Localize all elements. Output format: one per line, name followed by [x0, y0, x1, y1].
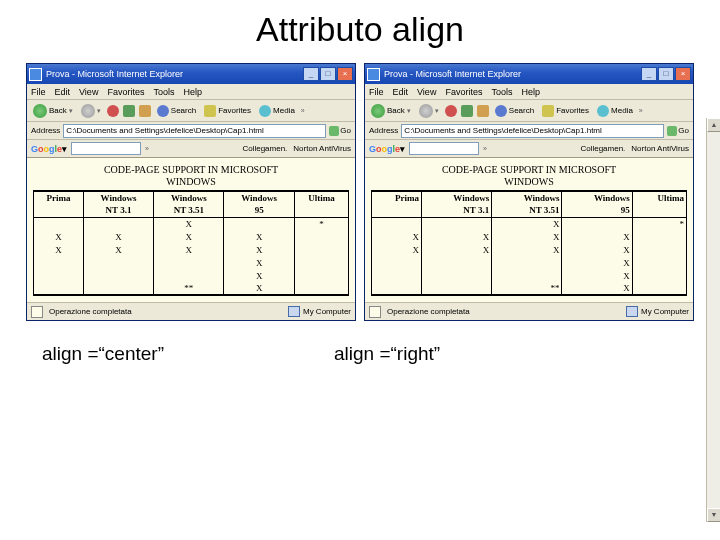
toolbar-overflow-icon[interactable]: » [301, 107, 305, 114]
vertical-scrollbar[interactable]: ▲ ▼ [706, 118, 720, 522]
back-icon [33, 104, 47, 118]
media-button[interactable]: Media [257, 105, 297, 117]
menu-favorites[interactable]: Favorites [107, 87, 144, 97]
home-icon[interactable] [477, 105, 489, 117]
status-text: Operazione completata [49, 307, 132, 316]
zone-text: My Computer [641, 307, 689, 316]
table-header: Ultima [294, 191, 348, 204]
home-icon[interactable] [139, 105, 151, 117]
captions-row: align =“center” align =“right” [0, 343, 720, 365]
google-logo[interactable]: Google▾ [31, 144, 67, 154]
table-row: XXXX [34, 243, 349, 256]
table-row: XXXX [372, 243, 687, 256]
forward-button[interactable]: ▾ [417, 104, 441, 118]
close-button[interactable]: × [675, 67, 691, 81]
search-button[interactable]: Search [155, 105, 198, 117]
titlebar: Prova - Microsoft Internet Explorer _ □ … [27, 64, 355, 84]
table-row: X [34, 269, 349, 282]
google-search-input[interactable] [409, 142, 479, 155]
maximize-button[interactable]: □ [320, 67, 336, 81]
back-button[interactable]: Back▾ [31, 104, 75, 118]
table-header: NT 3.51 [154, 204, 224, 217]
media-icon [259, 105, 271, 117]
content-area-center: CODE-PAGE SUPPORT IN MICROSOFT WINDOWS P… [27, 158, 355, 302]
refresh-icon[interactable] [461, 105, 473, 117]
page-icon [31, 306, 43, 318]
table-header [294, 204, 348, 217]
table-row: XXXX [372, 230, 687, 243]
table-header: NT 3.1 [83, 204, 153, 217]
status-zone: My Computer [288, 306, 351, 317]
menu-help[interactable]: Help [521, 87, 540, 97]
toolbar: Back▾ ▾ Search Favorites Media » [365, 100, 693, 122]
minimize-button[interactable]: _ [641, 67, 657, 81]
star-icon [542, 105, 554, 117]
window-controls: _ □ × [641, 67, 691, 81]
menu-view[interactable]: View [79, 87, 98, 97]
go-button[interactable]: Go [329, 126, 351, 136]
address-input[interactable]: C:\Documents and Settings\defelice\Deskt… [63, 124, 326, 138]
scroll-down-icon[interactable]: ▼ [707, 508, 720, 522]
table-header: Windows [154, 191, 224, 204]
address-label: Address [369, 126, 398, 135]
table-header: NT 3.1 [421, 204, 491, 217]
scroll-track[interactable] [707, 132, 720, 508]
back-button[interactable]: Back▾ [369, 104, 413, 118]
media-icon [597, 105, 609, 117]
close-button[interactable]: × [337, 67, 353, 81]
content-title: CODE-PAGE SUPPORT IN MICROSOFT WINDOWS [371, 164, 687, 187]
links-label[interactable]: Collegamen. [580, 144, 625, 153]
window-title: Prova - Microsoft Internet Explorer [384, 69, 641, 79]
links-label[interactable]: Collegamen. [242, 144, 287, 153]
menu-file[interactable]: File [31, 87, 46, 97]
menu-tools[interactable]: Tools [491, 87, 512, 97]
maximize-button[interactable]: □ [658, 67, 674, 81]
content-title: CODE-PAGE SUPPORT IN MICROSOFT WINDOWS [33, 164, 349, 187]
stop-icon[interactable] [107, 105, 119, 117]
refresh-icon[interactable] [123, 105, 135, 117]
menu-edit[interactable]: Edit [393, 87, 409, 97]
ie-window-left: Prova - Microsoft Internet Explorer _ □ … [26, 63, 356, 321]
stop-icon[interactable] [445, 105, 457, 117]
toolbar-overflow-icon[interactable]: » [639, 107, 643, 114]
table-header: Windows [421, 191, 491, 204]
norton-label[interactable]: Norton AntiVirus [293, 144, 351, 153]
slide-title: Attributo align [0, 0, 720, 49]
table-row: **X [372, 282, 687, 295]
menu-file[interactable]: File [369, 87, 384, 97]
table-header: Windows [492, 191, 562, 204]
table-row: X [372, 256, 687, 269]
content-area-right: CODE-PAGE SUPPORT IN MICROSOFT WINDOWS P… [365, 158, 693, 302]
google-search-input[interactable] [71, 142, 141, 155]
menu-help[interactable]: Help [183, 87, 202, 97]
statusbar: Operazione completata My Computer [27, 302, 355, 320]
caption-left: align =“center” [42, 343, 164, 365]
google-logo[interactable]: Google▾ [369, 144, 405, 154]
minimize-button[interactable]: _ [303, 67, 319, 81]
menu-favorites[interactable]: Favorites [445, 87, 482, 97]
address-input[interactable]: C:\Documents and Settings\defelice\Deskt… [401, 124, 664, 138]
forward-icon [81, 104, 95, 118]
table-row: **X [34, 282, 349, 295]
norton-label[interactable]: Norton AntiVirus [631, 144, 689, 153]
links-toolbar: Collegamen. Norton AntiVirus [580, 144, 689, 153]
table-header [34, 204, 84, 217]
titlebar: Prova - Microsoft Internet Explorer _ □ … [365, 64, 693, 84]
media-button[interactable]: Media [595, 105, 635, 117]
back-icon [371, 104, 385, 118]
table-header: 95 [224, 204, 294, 217]
address-bar: Address C:\Documents and Settings\defeli… [27, 122, 355, 140]
scroll-up-icon[interactable]: ▲ [707, 118, 720, 132]
menu-tools[interactable]: Tools [153, 87, 174, 97]
favorites-button[interactable]: Favorites [540, 105, 591, 117]
menu-view[interactable]: View [417, 87, 436, 97]
google-toolbar: Google▾ » Collegamen. Norton AntiVirus [27, 140, 355, 158]
favorites-button[interactable]: Favorites [202, 105, 253, 117]
screenshots-row: Prova - Microsoft Internet Explorer _ □ … [0, 63, 720, 321]
toolbar: Back▾ ▾ Search Favorites Media » [27, 100, 355, 122]
search-button[interactable]: Search [493, 105, 536, 117]
go-button[interactable]: Go [667, 126, 689, 136]
menu-edit[interactable]: Edit [55, 87, 71, 97]
forward-button[interactable]: ▾ [79, 104, 103, 118]
zone-text: My Computer [303, 307, 351, 316]
